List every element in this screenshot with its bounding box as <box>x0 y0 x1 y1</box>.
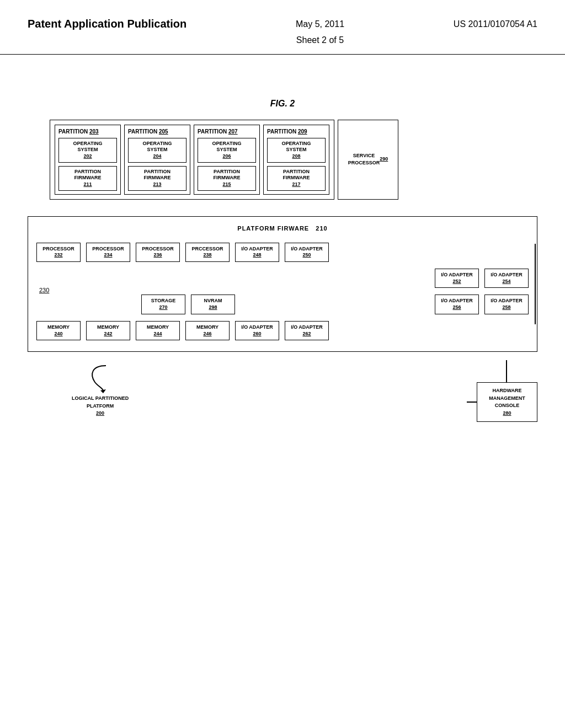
memory-244: MEMORY244 <box>136 321 180 340</box>
memory-246: MEMORY246 <box>185 321 230 340</box>
io-adapter-256: I/O ADAPTER256 <box>435 295 479 314</box>
partition-3-os: OPERATINGSYSTEM206 <box>198 138 256 163</box>
partitions-wrapper: PARTITION 203 OPERATINGSYSTEM202 PARTITI… <box>50 120 334 200</box>
patent-number: US 2011/0107054 A1 <box>454 17 537 33</box>
hw-console-connector-v <box>506 360 507 382</box>
platform-title: PLATFORM FIRWARE 210 <box>36 225 529 232</box>
hw-console-wrapper: HARDWAREMANAGEMENTCONSOLE280 <box>467 382 537 422</box>
figure-title: FIG. 2 <box>0 99 565 109</box>
partition-2-os: OPERATINGSYSTEM204 <box>128 138 186 163</box>
io-adapter-248: I/O ADAPTER248 <box>235 243 279 262</box>
partition-3-header: PARTITION 207 <box>198 129 256 135</box>
hw-console-connector-h <box>467 402 477 403</box>
partition-container: PARTITION 203 OPERATINGSYSTEM202 PARTITI… <box>50 120 537 200</box>
io-adapter-258: I/O ADAPTER258 <box>484 295 529 314</box>
platform-firmware-section: PLATFORM FIRWARE 210 PROCESSOR232 PROCES… <box>28 216 537 352</box>
hw-management-console: HARDWAREMANAGEMENTCONSOLE280 <box>477 382 537 422</box>
processor-236: PROCESSOR236 <box>136 243 180 262</box>
sheet-info: Sheet 2 of 5 <box>296 35 344 45</box>
io-adapter-262: I/O ADAPTER262 <box>285 321 329 340</box>
io-adapter-250: I/O ADAPTER250 <box>285 243 329 262</box>
partition-2: PARTITION 205 OPERATINGSYSTEM204 PARTITI… <box>124 125 190 195</box>
platform-row-1: PROCESSOR232 PROCESSOR234 PROCESSOR236 P… <box>36 243 529 262</box>
partition-1-os: OPERATINGSYSTEM202 <box>58 138 117 163</box>
curved-arrow-icon <box>87 363 114 393</box>
nvram-298: NVRAM298 <box>191 295 235 314</box>
processor-238: PRCCESSOR238 <box>185 243 230 262</box>
storage-270: STORAGE270 <box>141 295 185 314</box>
hw-console-section: HARDWAREMANAGEMENTCONSOLE280 <box>467 360 537 422</box>
memory-240: MEMORY240 <box>36 321 81 340</box>
io-adapter-260: I/O ADAPTER260 <box>235 321 279 340</box>
partition-3-fw: PARTITIONFIRMWARE215 <box>198 166 256 191</box>
partition-4-os: OPERATINGSYSTEM208 <box>267 138 326 163</box>
platform-row-3: STORAGE270 NVRAM298 I/O ADAPTER256 I/O A… <box>36 295 529 314</box>
processor-234: PROCESSOR234 <box>86 243 130 262</box>
platform-row-4: MEMORY240 MEMORY242 MEMORY244 MEMORY246 … <box>36 321 529 340</box>
svg-marker-0 <box>100 389 106 393</box>
service-processor: SERVICEPROCESSOR290 <box>338 120 398 200</box>
partition-1-header: PARTITION 203 <box>58 129 117 135</box>
publication-title: Patent Application Publication <box>28 17 186 31</box>
partition-3: PARTITION 207 OPERATINGSYSTEM206 PARTITI… <box>194 125 260 195</box>
partition-2-fw: PARTITIONFIRMWARE213 <box>128 166 186 191</box>
processor-232: PROCESSOR232 <box>36 243 81 262</box>
partition-4: PARTITION 209 OPERATINGSYSTEM208 PARTITI… <box>263 125 329 195</box>
partition-4-fw: PARTITIONFIRMWARE217 <box>267 166 326 191</box>
publication-date: May 5, 2011 <box>296 19 344 29</box>
io-adapter-252: I/O ADAPTER252 <box>435 269 479 288</box>
io-adapter-254: I/O ADAPTER254 <box>484 269 529 288</box>
logical-platform-label: LOGICAL PARTITIONEDPLATFORM200 <box>72 395 129 417</box>
header-date-sheet: May 5, 2011 Sheet 2 of 5 <box>296 17 344 49</box>
label-230: 230 <box>39 287 49 293</box>
partition-4-header: PARTITION 209 <box>267 129 326 135</box>
platform-components: PROCESSOR232 PROCESSOR234 PROCESSOR236 P… <box>36 243 529 341</box>
partition-1: PARTITION 203 OPERATINGSYSTEM202 PARTITI… <box>55 125 121 195</box>
partition-1-fw: PARTITIONFIRMWARE211 <box>58 166 117 191</box>
bottom-section: LOGICAL PARTITIONEDPLATFORM200 HARDWAREM… <box>28 360 537 422</box>
logical-platform: LOGICAL PARTITIONEDPLATFORM200 <box>72 363 129 417</box>
page-header: Patent Application Publication May 5, 20… <box>0 0 565 55</box>
memory-242: MEMORY242 <box>86 321 130 340</box>
partition-2-header: PARTITION 205 <box>128 129 186 135</box>
platform-row-2: I/O ADAPTER252 I/O ADAPTER254 <box>36 269 529 288</box>
storage-nvram: STORAGE270 NVRAM298 <box>36 295 429 314</box>
